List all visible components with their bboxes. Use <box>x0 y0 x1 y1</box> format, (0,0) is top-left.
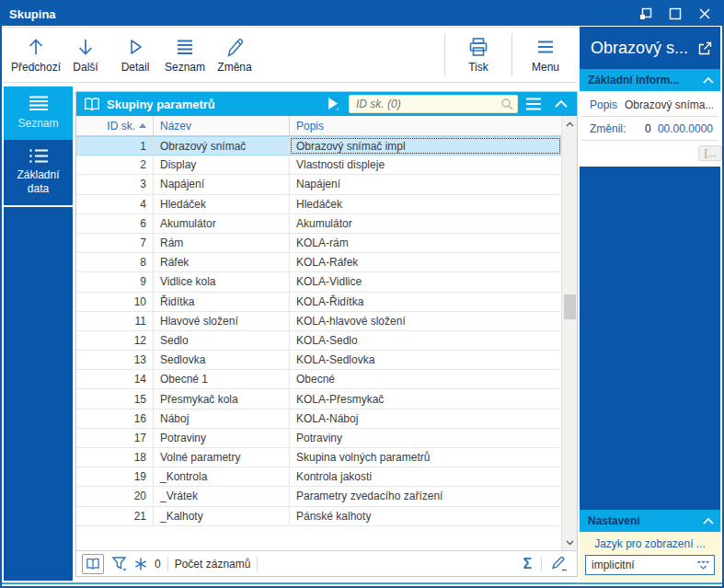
cell-popis[interactable]: KOLA-rám <box>290 234 561 252</box>
table-row[interactable]: 12SedloKOLA-Sedlo <box>76 331 561 351</box>
cell-popis[interactable]: Obrazový snímač impl <box>290 137 561 155</box>
previous-button[interactable]: Předchozí <box>11 31 61 79</box>
chevron-up-icon[interactable] <box>702 516 715 525</box>
cell-id[interactable]: 11 <box>76 312 154 330</box>
table-row[interactable]: 7RámKOLA-rám <box>76 234 561 253</box>
cell-id[interactable]: 8 <box>76 253 154 271</box>
cell-nazev[interactable]: Řidítka <box>154 293 290 311</box>
sidebar-tab-seznam[interactable]: Seznam <box>4 86 73 140</box>
section-basic-info[interactable]: Základní inform... <box>580 69 720 91</box>
cell-popis[interactable]: Vlastnosti displeje <box>290 156 561 174</box>
language-select[interactable]: implicitní <box>585 555 715 575</box>
cell-id[interactable]: 20 <box>76 487 154 505</box>
table-row[interactable]: 14Obecné 1Obecné <box>76 370 561 389</box>
cell-popis[interactable]: Hledáček <box>290 195 561 213</box>
more-button[interactable]: [... <box>698 145 722 161</box>
collapse-panel-icon[interactable] <box>549 94 573 114</box>
cell-popis[interactable]: Napájení <box>290 175 561 193</box>
dock-window-icon[interactable] <box>636 5 656 23</box>
sum-icon[interactable]: Σ <box>520 554 534 574</box>
cell-popis[interactable]: KOLA-Sedlovka <box>290 351 561 369</box>
cell-nazev[interactable]: Napájení <box>154 175 290 193</box>
cell-id[interactable]: 12 <box>76 331 154 350</box>
cell-id[interactable]: 9 <box>76 272 154 291</box>
table-row[interactable]: 9Vidlice kolaKOLA-Vidlice <box>76 272 561 292</box>
column-header-nazev[interactable]: Název <box>154 116 290 135</box>
cell-id[interactable]: 18 <box>76 448 154 467</box>
cell-nazev[interactable]: Obrazový snímač <box>154 137 290 155</box>
cell-id[interactable]: 10 <box>76 293 154 311</box>
cell-nazev[interactable]: Přesmykač kola <box>154 389 290 408</box>
table-row[interactable]: 3NapájeníNapájení <box>76 175 561 194</box>
chevron-up-icon[interactable] <box>702 75 715 85</box>
cell-id[interactable]: 19 <box>76 467 154 486</box>
cell-popis[interactable]: Potraviny <box>290 429 561 447</box>
cell-nazev[interactable]: _Vrátek <box>154 487 290 505</box>
cell-popis[interactable]: KOLA-Náboj <box>290 409 561 428</box>
table-row[interactable]: 8RáfekKOLA-Ráfek <box>76 253 561 272</box>
cell-nazev[interactable]: Ráfek <box>154 253 290 271</box>
cell-popis[interactable]: KOLA-hlavové složení <box>290 312 561 330</box>
scrollbar-thumb[interactable] <box>564 294 576 319</box>
open-external-icon[interactable] <box>697 40 713 56</box>
table-row[interactable]: 18Volné parametrySkupina volných paramet… <box>76 448 561 467</box>
cell-popis[interactable]: Skupina volných parametrů <box>290 448 561 467</box>
cell-nazev[interactable]: Hledáček <box>154 195 290 213</box>
related-records-icon[interactable] <box>131 554 151 574</box>
table-row[interactable]: 11Hlavové složeníKOLA-hlavové složení <box>76 312 561 331</box>
field-popis[interactable]: Popis Obrazový sníma... <box>581 93 718 117</box>
field-zmenil[interactable]: Změnil: 0 00.00.0000 <box>581 117 718 141</box>
cell-id[interactable]: 14 <box>76 370 154 388</box>
section-settings[interactable]: Nastavení <box>580 510 720 532</box>
cell-popis[interactable]: Pánské kalhoty <box>290 507 561 525</box>
cell-nazev[interactable]: Vidlice kola <box>154 272 290 291</box>
table-row[interactable]: 2DisplayVlastnosti displeje <box>76 156 561 175</box>
cell-id[interactable]: 16 <box>76 409 154 428</box>
cell-popis[interactable]: Kontrola jakosti <box>290 467 561 486</box>
cell-nazev[interactable]: Sedlo <box>154 331 290 350</box>
detail-button[interactable]: Detail <box>110 31 160 79</box>
cell-id[interactable]: 2 <box>76 156 154 174</box>
table-row[interactable]: 20_VrátekParametry zvedacího zařízení <box>76 487 561 506</box>
cell-popis[interactable]: KOLA-Vidlice <box>290 272 561 291</box>
column-header-id[interactable]: ID sk. <box>76 116 154 135</box>
cell-nazev[interactable]: _Kalhoty <box>154 507 290 525</box>
book-view-toggle[interactable] <box>82 554 104 574</box>
cell-nazev[interactable]: Obecné 1 <box>154 370 290 388</box>
search-input[interactable] <box>356 98 500 110</box>
cell-popis[interactable]: KOLA-Přesmykač <box>290 389 561 408</box>
edit-icon[interactable] <box>548 554 571 574</box>
cell-id[interactable]: 17 <box>76 429 154 447</box>
scroll-up-icon[interactable] <box>562 116 578 132</box>
menu-button[interactable]: Menu <box>521 31 570 79</box>
table-row[interactable]: 6AkumulátorAkumulátor <box>76 214 561 234</box>
cell-popis[interactable]: Obecné <box>290 370 561 388</box>
cell-nazev[interactable]: _Kontrola <box>154 467 290 486</box>
cell-nazev[interactable]: Sedlovka <box>154 351 290 369</box>
cell-id[interactable]: 4 <box>76 195 154 213</box>
table-row[interactable]: 16NábojKOLA-Náboj <box>76 409 561 429</box>
next-button[interactable]: Další <box>61 31 110 79</box>
cell-nazev[interactable]: Náboj <box>154 409 290 428</box>
cell-nazev[interactable]: Volné parametry <box>154 448 290 467</box>
table-row[interactable]: 19_KontrolaKontrola jakosti <box>76 467 561 487</box>
cell-nazev[interactable]: Potraviny <box>154 429 290 447</box>
cell-id[interactable]: 13 <box>76 351 154 369</box>
cell-popis[interactable]: KOLA-Řidítka <box>290 293 561 311</box>
cell-id[interactable]: 6 <box>76 214 154 233</box>
table-row[interactable]: 4HledáčekHledáček <box>76 195 561 214</box>
column-header-popis[interactable]: Popis <box>290 116 561 135</box>
cell-popis[interactable]: KOLA-Sedlo <box>290 331 561 350</box>
list-button[interactable]: Seznam <box>160 31 210 79</box>
table-row[interactable]: 21_KalhotyPánské kalhoty <box>76 507 561 526</box>
grid-menu-icon[interactable] <box>522 94 546 114</box>
cell-id[interactable]: 7 <box>76 234 154 252</box>
print-button[interactable]: Tisk <box>454 31 503 79</box>
vertical-scrollbar[interactable] <box>561 116 577 550</box>
maximize-icon[interactable] <box>665 5 685 23</box>
change-button[interactable]: Změna <box>210 31 259 79</box>
cell-popis[interactable]: KOLA-Ráfek <box>290 253 561 271</box>
table-row[interactable]: 15Přesmykač kolaKOLA-Přesmykač <box>76 389 561 409</box>
cell-id[interactable]: 3 <box>76 175 154 193</box>
cell-id[interactable]: 15 <box>76 389 154 408</box>
